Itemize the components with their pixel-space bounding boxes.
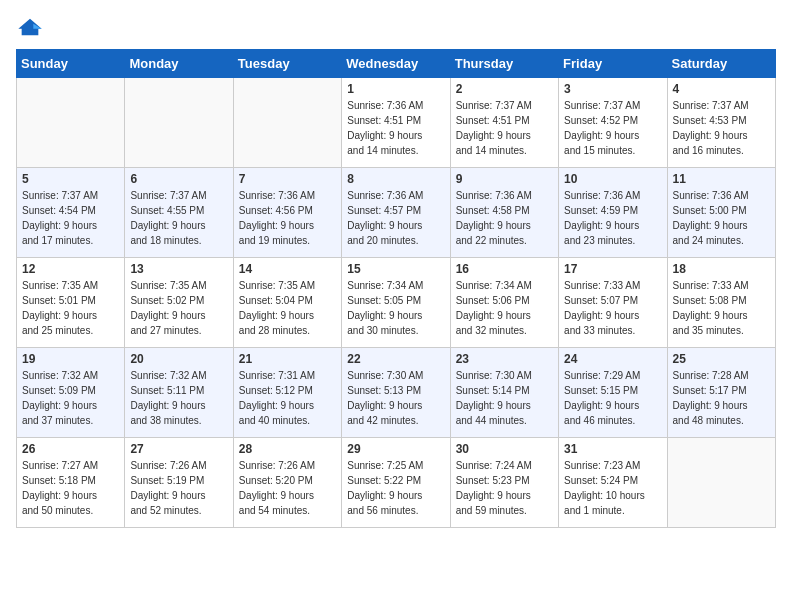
calendar-cell: 24Sunrise: 7:29 AM Sunset: 5:15 PM Dayli… xyxy=(559,348,667,438)
day-info: Sunrise: 7:37 AM Sunset: 4:54 PM Dayligh… xyxy=(22,188,119,248)
day-number: 24 xyxy=(564,352,661,366)
day-info: Sunrise: 7:36 AM Sunset: 4:56 PM Dayligh… xyxy=(239,188,336,248)
calendar-cell: 14Sunrise: 7:35 AM Sunset: 5:04 PM Dayli… xyxy=(233,258,341,348)
header-saturday: Saturday xyxy=(667,50,775,78)
day-info: Sunrise: 7:36 AM Sunset: 4:58 PM Dayligh… xyxy=(456,188,553,248)
calendar-cell: 21Sunrise: 7:31 AM Sunset: 5:12 PM Dayli… xyxy=(233,348,341,438)
calendar-cell: 22Sunrise: 7:30 AM Sunset: 5:13 PM Dayli… xyxy=(342,348,450,438)
calendar-cell: 9Sunrise: 7:36 AM Sunset: 4:58 PM Daylig… xyxy=(450,168,558,258)
calendar-cell: 16Sunrise: 7:34 AM Sunset: 5:06 PM Dayli… xyxy=(450,258,558,348)
day-info: Sunrise: 7:37 AM Sunset: 4:51 PM Dayligh… xyxy=(456,98,553,158)
day-number: 13 xyxy=(130,262,227,276)
day-info: Sunrise: 7:34 AM Sunset: 5:06 PM Dayligh… xyxy=(456,278,553,338)
day-number: 26 xyxy=(22,442,119,456)
day-number: 21 xyxy=(239,352,336,366)
calendar-cell xyxy=(17,78,125,168)
header-sunday: Sunday xyxy=(17,50,125,78)
day-info: Sunrise: 7:29 AM Sunset: 5:15 PM Dayligh… xyxy=(564,368,661,428)
day-number: 4 xyxy=(673,82,770,96)
calendar-cell: 1Sunrise: 7:36 AM Sunset: 4:51 PM Daylig… xyxy=(342,78,450,168)
day-info: Sunrise: 7:36 AM Sunset: 4:51 PM Dayligh… xyxy=(347,98,444,158)
calendar-cell: 29Sunrise: 7:25 AM Sunset: 5:22 PM Dayli… xyxy=(342,438,450,528)
calendar-cell: 23Sunrise: 7:30 AM Sunset: 5:14 PM Dayli… xyxy=(450,348,558,438)
calendar-cell: 15Sunrise: 7:34 AM Sunset: 5:05 PM Dayli… xyxy=(342,258,450,348)
day-number: 20 xyxy=(130,352,227,366)
day-number: 3 xyxy=(564,82,661,96)
calendar-cell: 20Sunrise: 7:32 AM Sunset: 5:11 PM Dayli… xyxy=(125,348,233,438)
calendar-cell: 8Sunrise: 7:36 AM Sunset: 4:57 PM Daylig… xyxy=(342,168,450,258)
calendar-cell: 30Sunrise: 7:24 AM Sunset: 5:23 PM Dayli… xyxy=(450,438,558,528)
day-info: Sunrise: 7:31 AM Sunset: 5:12 PM Dayligh… xyxy=(239,368,336,428)
day-info: Sunrise: 7:26 AM Sunset: 5:20 PM Dayligh… xyxy=(239,458,336,518)
day-info: Sunrise: 7:35 AM Sunset: 5:04 PM Dayligh… xyxy=(239,278,336,338)
calendar-cell: 17Sunrise: 7:33 AM Sunset: 5:07 PM Dayli… xyxy=(559,258,667,348)
calendar-cell: 10Sunrise: 7:36 AM Sunset: 4:59 PM Dayli… xyxy=(559,168,667,258)
header-monday: Monday xyxy=(125,50,233,78)
day-number: 12 xyxy=(22,262,119,276)
calendar-cell: 6Sunrise: 7:37 AM Sunset: 4:55 PM Daylig… xyxy=(125,168,233,258)
calendar-cell xyxy=(233,78,341,168)
calendar-cell: 28Sunrise: 7:26 AM Sunset: 5:20 PM Dayli… xyxy=(233,438,341,528)
day-info: Sunrise: 7:36 AM Sunset: 4:59 PM Dayligh… xyxy=(564,188,661,248)
calendar-cell xyxy=(125,78,233,168)
logo xyxy=(16,16,48,37)
day-info: Sunrise: 7:33 AM Sunset: 5:07 PM Dayligh… xyxy=(564,278,661,338)
calendar-table: SundayMondayTuesdayWednesdayThursdayFrid… xyxy=(16,49,776,528)
day-number: 7 xyxy=(239,172,336,186)
day-info: Sunrise: 7:35 AM Sunset: 5:02 PM Dayligh… xyxy=(130,278,227,338)
calendar-cell: 27Sunrise: 7:26 AM Sunset: 5:19 PM Dayli… xyxy=(125,438,233,528)
week-row-3: 12Sunrise: 7:35 AM Sunset: 5:01 PM Dayli… xyxy=(17,258,776,348)
calendar-cell: 7Sunrise: 7:36 AM Sunset: 4:56 PM Daylig… xyxy=(233,168,341,258)
header-thursday: Thursday xyxy=(450,50,558,78)
day-info: Sunrise: 7:37 AM Sunset: 4:52 PM Dayligh… xyxy=(564,98,661,158)
day-info: Sunrise: 7:37 AM Sunset: 4:53 PM Dayligh… xyxy=(673,98,770,158)
calendar-cell: 25Sunrise: 7:28 AM Sunset: 5:17 PM Dayli… xyxy=(667,348,775,438)
day-number: 27 xyxy=(130,442,227,456)
week-row-5: 26Sunrise: 7:27 AM Sunset: 5:18 PM Dayli… xyxy=(17,438,776,528)
day-number: 29 xyxy=(347,442,444,456)
calendar-cell: 2Sunrise: 7:37 AM Sunset: 4:51 PM Daylig… xyxy=(450,78,558,168)
calendar-cell: 19Sunrise: 7:32 AM Sunset: 5:09 PM Dayli… xyxy=(17,348,125,438)
calendar-cell: 26Sunrise: 7:27 AM Sunset: 5:18 PM Dayli… xyxy=(17,438,125,528)
day-number: 9 xyxy=(456,172,553,186)
day-info: Sunrise: 7:24 AM Sunset: 5:23 PM Dayligh… xyxy=(456,458,553,518)
page-header xyxy=(16,16,776,37)
day-number: 19 xyxy=(22,352,119,366)
day-number: 22 xyxy=(347,352,444,366)
day-info: Sunrise: 7:26 AM Sunset: 5:19 PM Dayligh… xyxy=(130,458,227,518)
day-number: 1 xyxy=(347,82,444,96)
day-number: 5 xyxy=(22,172,119,186)
header-friday: Friday xyxy=(559,50,667,78)
day-info: Sunrise: 7:25 AM Sunset: 5:22 PM Dayligh… xyxy=(347,458,444,518)
day-info: Sunrise: 7:37 AM Sunset: 4:55 PM Dayligh… xyxy=(130,188,227,248)
day-info: Sunrise: 7:36 AM Sunset: 4:57 PM Dayligh… xyxy=(347,188,444,248)
calendar-cell: 4Sunrise: 7:37 AM Sunset: 4:53 PM Daylig… xyxy=(667,78,775,168)
day-number: 16 xyxy=(456,262,553,276)
day-number: 31 xyxy=(564,442,661,456)
day-info: Sunrise: 7:32 AM Sunset: 5:11 PM Dayligh… xyxy=(130,368,227,428)
calendar-cell xyxy=(667,438,775,528)
week-row-4: 19Sunrise: 7:32 AM Sunset: 5:09 PM Dayli… xyxy=(17,348,776,438)
header-tuesday: Tuesday xyxy=(233,50,341,78)
header-wednesday: Wednesday xyxy=(342,50,450,78)
calendar-cell: 31Sunrise: 7:23 AM Sunset: 5:24 PM Dayli… xyxy=(559,438,667,528)
calendar-cell: 5Sunrise: 7:37 AM Sunset: 4:54 PM Daylig… xyxy=(17,168,125,258)
day-number: 30 xyxy=(456,442,553,456)
day-number: 2 xyxy=(456,82,553,96)
day-number: 23 xyxy=(456,352,553,366)
day-number: 25 xyxy=(673,352,770,366)
day-number: 8 xyxy=(347,172,444,186)
calendar-cell: 11Sunrise: 7:36 AM Sunset: 5:00 PM Dayli… xyxy=(667,168,775,258)
week-row-2: 5Sunrise: 7:37 AM Sunset: 4:54 PM Daylig… xyxy=(17,168,776,258)
day-info: Sunrise: 7:30 AM Sunset: 5:13 PM Dayligh… xyxy=(347,368,444,428)
day-number: 10 xyxy=(564,172,661,186)
calendar-header-row: SundayMondayTuesdayWednesdayThursdayFrid… xyxy=(17,50,776,78)
day-info: Sunrise: 7:27 AM Sunset: 5:18 PM Dayligh… xyxy=(22,458,119,518)
day-number: 17 xyxy=(564,262,661,276)
day-info: Sunrise: 7:35 AM Sunset: 5:01 PM Dayligh… xyxy=(22,278,119,338)
logo-icon xyxy=(16,17,44,37)
day-number: 18 xyxy=(673,262,770,276)
calendar-cell: 13Sunrise: 7:35 AM Sunset: 5:02 PM Dayli… xyxy=(125,258,233,348)
week-row-1: 1Sunrise: 7:36 AM Sunset: 4:51 PM Daylig… xyxy=(17,78,776,168)
day-info: Sunrise: 7:30 AM Sunset: 5:14 PM Dayligh… xyxy=(456,368,553,428)
